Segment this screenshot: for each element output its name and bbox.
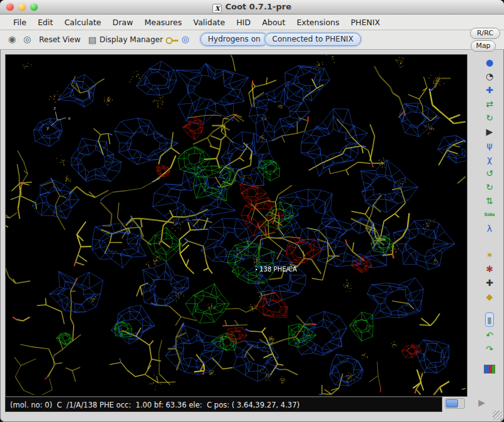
coot-window: XCoot 0.7.1-pre File Edit Calculate Draw… — [0, 0, 504, 422]
rock-icon[interactable]: ◎ — [21, 34, 33, 45]
rigid-body-icon[interactable]: ↻ — [483, 181, 496, 193]
edit-backbone-icon[interactable]: λ — [483, 223, 496, 234]
menu-calculate[interactable]: Calculate — [59, 16, 106, 29]
redo-icon[interactable]: ↷ — [483, 343, 496, 355]
main-toolbar: ◉ ◎ Reset View ▤ Display Manager ◎ Hydro… — [0, 30, 504, 50]
menu-hid[interactable]: HID — [231, 16, 256, 29]
add-atom-icon[interactable]: ✚ — [483, 277, 496, 288]
clock-icon[interactable]: ◔ — [483, 71, 496, 82]
image-icon[interactable] — [484, 365, 495, 374]
mutate-icon[interactable]: ◆ — [483, 291, 496, 302]
rotate-translate-icon[interactable]: ↺ — [483, 168, 496, 179]
menu-about[interactable]: About — [256, 16, 291, 29]
radiation-icon[interactable]: ✶ — [483, 249, 496, 261]
title-bar[interactable]: XCoot 0.7.1-pre — [0, 0, 504, 14]
expand-triangle-icon[interactable]: ▶ — [478, 397, 485, 408]
status-bar: (mol. no: 0) C /1/A/138 PHE occ: 1.00 bf… — [5, 397, 442, 412]
map-button[interactable]: Map — [471, 40, 496, 52]
menu-draw[interactable]: Draw — [107, 16, 139, 29]
side-chain-flip-icon[interactable]: Side — [483, 209, 496, 220]
x11-icon: X — [212, 4, 222, 13]
menu-phenix[interactable]: PHENIX — [345, 16, 386, 29]
menu-validate[interactable]: Validate — [188, 16, 231, 29]
phenix-connection-button[interactable]: Connected to PHENIX — [265, 33, 361, 46]
spin-icon[interactable]: ◉ — [6, 34, 18, 45]
window-title: XCoot 0.7.1-pre — [0, 2, 504, 13]
delete-icon[interactable]: ▮ — [487, 315, 492, 325]
chi-angles-icon[interactable]: χ — [483, 154, 496, 165]
regularize-icon[interactable]: ⇄ — [483, 98, 496, 110]
rrc-button[interactable]: R/RC — [470, 28, 500, 39]
gl-canvas[interactable] — [6, 55, 466, 395]
menu-measures[interactable]: Measures — [139, 16, 188, 29]
delete-button-selected[interactable]: ▮ — [485, 312, 494, 327]
ligand-icon[interactable]: ✱ — [483, 263, 496, 275]
rotamer-icon[interactable]: ψ — [483, 140, 496, 151]
undo-icon[interactable]: ↶ — [483, 329, 496, 341]
hydrogens-toggle-button[interactable]: Hydrogens on — [200, 33, 268, 46]
menu-bar: File Edit Calculate Draw Measures Valida… — [0, 14, 504, 30]
modelling-toolbar: ● ◔ ✚ ⇄ ↻ ▶ ψ χ ↺ ↻ ⇅ Side λ ✶ ✱ ✚ ◆ ▮ ↶… — [478, 57, 501, 374]
display-manager-button[interactable]: Display Manager — [100, 35, 163, 44]
pepflip-icon[interactable]: ⇅ — [483, 195, 496, 207]
menu-extensions[interactable]: Extensions — [291, 16, 345, 29]
gl-viewport — [5, 54, 467, 397]
resize-grip[interactable] — [493, 411, 502, 420]
reset-view-button[interactable]: Reset View — [39, 35, 81, 44]
refine-zone-icon[interactable]: ↻ — [483, 112, 496, 123]
move-zone-icon[interactable]: ✚ — [483, 84, 496, 96]
key-icon[interactable] — [166, 37, 173, 44]
display-manager-icon[interactable]: ▤ — [88, 35, 96, 45]
map-sphere-icon[interactable]: ● — [483, 57, 496, 68]
menu-edit[interactable]: Edit — [32, 16, 59, 29]
scrollbar-thumb[interactable] — [446, 399, 458, 408]
status-scrollbar[interactable] — [445, 398, 465, 409]
menu-file[interactable]: File — [8, 16, 32, 29]
run-arrow-icon[interactable]: ▶ — [483, 126, 496, 137]
goto-atom-icon[interactable]: ◎ — [181, 34, 189, 44]
